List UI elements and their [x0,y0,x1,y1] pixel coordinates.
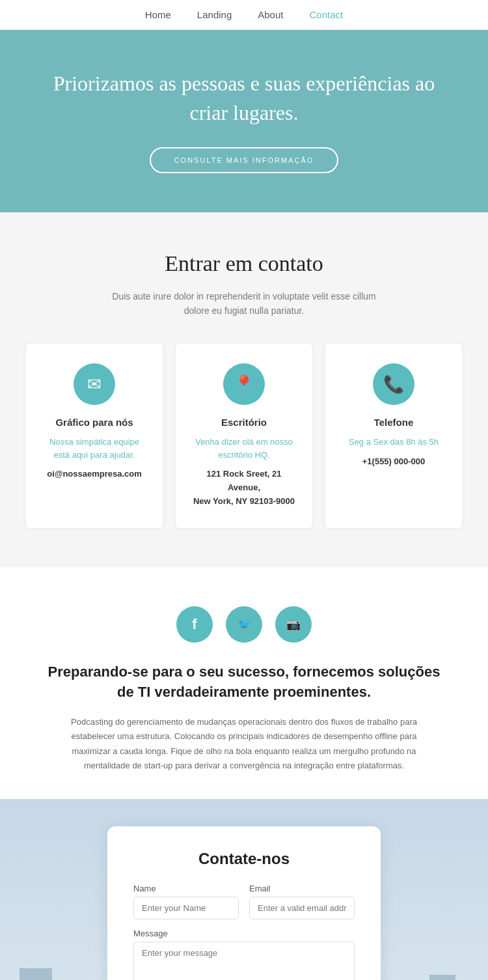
office-card-link: Venha dizer olá em nosso escritório HQ. [191,436,297,461]
email-label: Email [249,884,355,893]
email-group: Email [249,884,355,919]
contact-form-card: Contate-nos Name Email Message Gallery [107,826,381,980]
nav-contact[interactable]: Contact [309,9,343,20]
message-label: Message [133,929,355,938]
name-email-row: Name Email [133,884,355,919]
social-heading: Preparando-se para o seu sucesso, fornec… [39,662,449,703]
social-icons-group: f 🐦 📷 [39,606,449,643]
contact-info-section: Entrar em contato Duis aute irure dolor … [0,212,488,567]
nav-home[interactable]: Home [145,9,171,20]
instagram-icon[interactable]: 📷 [275,606,312,643]
city-form-section: Contate-nos Name Email Message Gallery [0,799,488,980]
email-card-link[interactable]: Nossa simpática equipe está aqui para aj… [42,436,147,461]
name-input[interactable] [133,897,239,919]
name-label: Name [133,884,239,893]
email-input[interactable] [249,897,355,919]
message-textarea[interactable] [133,942,355,980]
nav-landing[interactable]: Landing [197,9,232,20]
nav-about[interactable]: About [258,9,283,20]
phone-icon: 📞 [373,363,414,405]
email-card: ✉ Gráfico para nós Nossa simpática equip… [26,344,163,527]
office-card-title: Escritório [191,417,297,428]
social-section: f 🐦 📷 Preparando-se para o seu sucesso, … [0,567,488,799]
social-description: Podcasting do gerenciamento de mudanças … [62,715,426,772]
hero-title: Priorizamos as pessoas e suas experiênci… [52,69,436,128]
email-card-detail: oi@nossaempresa.com [47,469,142,479]
svg-rect-6 [429,975,455,980]
form-heading: Contate-nos [133,850,355,868]
phone-card-detail: +1(555) 000-000 [362,456,426,466]
contact-description: Duis aute irure dolor in reprehenderit i… [101,289,387,318]
email-icon: ✉ [74,363,115,405]
office-card-detail: 121 Rock Sreet, 21 Avenue,New York, NY 9… [193,469,295,506]
facebook-icon[interactable]: f [176,606,213,643]
email-card-title: Gráfico para nós [42,417,147,428]
name-group: Name [133,884,239,919]
contact-cards: ✉ Gráfico para nós Nossa simpática equip… [26,344,462,527]
svg-rect-2 [20,968,52,980]
location-icon: 📍 [223,363,265,405]
phone-card-link: Seg a Sex das 8h às 5h [341,436,446,449]
phone-card: 📞 Telefone Seg a Sex das 8h às 5h +1(555… [325,344,462,527]
office-card: 📍 Escritório Venha dizer olá em nosso es… [176,344,312,527]
navigation: Home Landing About Contact [0,0,488,30]
contact-heading: Entrar em contato [26,251,462,276]
message-group: Message [133,929,355,980]
message-group-inner: Message [133,929,355,980]
hero-section: Priorizamos as pessoas e suas experiênci… [0,30,488,212]
phone-card-title: Telefone [341,417,446,428]
twitter-icon[interactable]: 🐦 [226,606,262,643]
hero-cta-button[interactable]: CONSULTE MAIS INFORMAÇÃO [150,147,339,173]
